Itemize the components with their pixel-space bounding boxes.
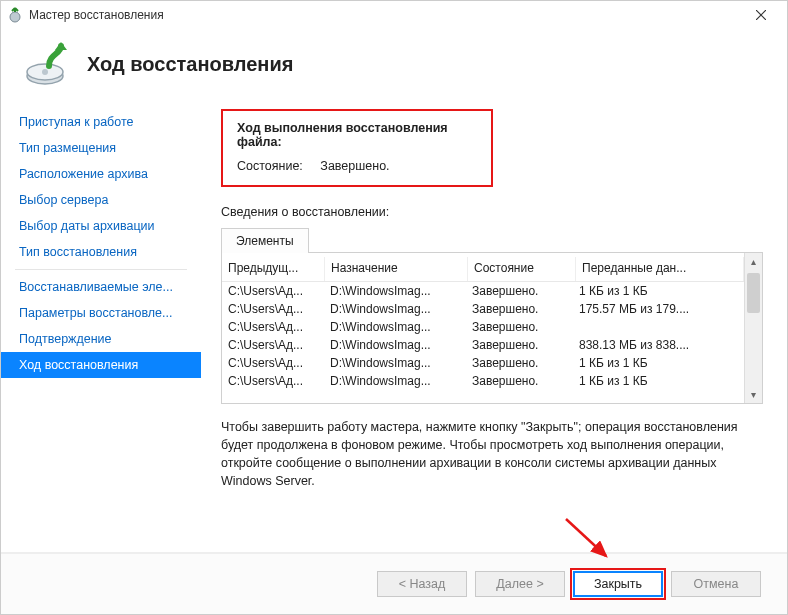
column-header[interactable]: Назначение bbox=[325, 257, 468, 281]
table-cell: 175.57 МБ из 179.... bbox=[573, 300, 744, 318]
column-header[interactable]: Состояние bbox=[468, 257, 576, 281]
cancel-button: Отмена bbox=[671, 571, 761, 597]
column-header[interactable]: Предыдущ... bbox=[222, 257, 325, 281]
grid-body: C:\Users\Ад...D:\WindowsImag...Завершено… bbox=[222, 282, 744, 403]
table-cell: C:\Users\Ад... bbox=[222, 354, 324, 372]
table-row[interactable]: C:\Users\Ад...D:\WindowsImag...Завершено… bbox=[222, 318, 744, 336]
step-item: Выбор даты архивации bbox=[1, 213, 201, 239]
step-item: Параметры восстановле... bbox=[1, 300, 201, 326]
status-box: Ход выполнения восстановления файла: Сос… bbox=[221, 109, 493, 187]
table-cell: C:\Users\Ад... bbox=[222, 318, 324, 336]
table-cell: D:\WindowsImag... bbox=[324, 282, 466, 300]
page-title: Ход восстановления bbox=[87, 53, 293, 76]
step-item: Приступая к работе bbox=[1, 109, 201, 135]
state-value: Завершено. bbox=[320, 159, 389, 173]
footer: < Назад Далее > Закрыть Отмена bbox=[1, 552, 787, 614]
table-cell: C:\Users\Ад... bbox=[222, 300, 324, 318]
window-title: Мастер восстановления bbox=[29, 8, 741, 22]
step-item: Подтверждение bbox=[1, 326, 201, 352]
scrollbar-vertical[interactable]: ▴ ▾ bbox=[744, 253, 762, 403]
table-cell: Завершено. bbox=[466, 318, 573, 336]
table-cell: C:\Users\Ад... bbox=[222, 336, 324, 354]
table-cell: 1 КБ из 1 КБ bbox=[573, 372, 744, 390]
restore-progress-icon bbox=[21, 40, 69, 88]
steps-sidebar: Приступая к работеТип размещенияРасполож… bbox=[1, 99, 201, 552]
table-cell: D:\WindowsImag... bbox=[324, 300, 466, 318]
svg-point-0 bbox=[10, 12, 20, 22]
step-separator bbox=[15, 269, 187, 270]
step-item: Выбор сервера bbox=[1, 187, 201, 213]
restore-wizard-icon bbox=[7, 7, 23, 23]
close-window-button[interactable] bbox=[741, 3, 781, 27]
tab-elements[interactable]: Элементы bbox=[221, 228, 309, 253]
scroll-down-arrow-icon[interactable]: ▾ bbox=[745, 386, 762, 403]
progress-heading: Ход выполнения восстановления файла: bbox=[237, 121, 477, 149]
table-cell: Завершено. bbox=[466, 282, 573, 300]
next-button: Далее > bbox=[475, 571, 565, 597]
details-label: Сведения о восстановлении: bbox=[221, 205, 763, 219]
step-item: Тип восстановления bbox=[1, 239, 201, 265]
step-item: Расположение архива bbox=[1, 161, 201, 187]
table-cell: 1 КБ из 1 КБ bbox=[573, 354, 744, 372]
table-cell: C:\Users\Ад... bbox=[222, 282, 324, 300]
table-cell: D:\WindowsImag... bbox=[324, 372, 466, 390]
table-row[interactable]: C:\Users\Ад...D:\WindowsImag...Завершено… bbox=[222, 282, 744, 300]
tabstrip: Элементы bbox=[221, 227, 763, 253]
table-cell: Завершено. bbox=[466, 336, 573, 354]
table-cell: D:\WindowsImag... bbox=[324, 354, 466, 372]
table-row[interactable]: C:\Users\Ад...D:\WindowsImag...Завершено… bbox=[222, 354, 744, 372]
step-item: Тип размещения bbox=[1, 135, 201, 161]
hint-text: Чтобы завершить работу мастера, нажмите … bbox=[221, 418, 763, 491]
svg-marker-6 bbox=[55, 42, 67, 50]
step-item: Восстанавливаемые эле... bbox=[1, 274, 201, 300]
scroll-up-arrow-icon[interactable]: ▴ bbox=[745, 253, 762, 270]
scroll-thumb[interactable] bbox=[747, 273, 760, 313]
table-cell: 838.13 МБ из 838.... bbox=[573, 336, 744, 354]
table-row[interactable]: C:\Users\Ад...D:\WindowsImag...Завершено… bbox=[222, 300, 744, 318]
back-button: < Назад bbox=[377, 571, 467, 597]
svg-point-5 bbox=[42, 69, 48, 75]
table-cell: C:\Users\Ад... bbox=[222, 372, 324, 390]
body: Приступая к работеТип размещенияРасполож… bbox=[1, 99, 787, 552]
table-cell: Завершено. bbox=[466, 372, 573, 390]
table-cell: Завершено. bbox=[466, 300, 573, 318]
grid-header: Предыдущ...НазначениеСостояниеПереданные… bbox=[222, 253, 744, 282]
state-label: Состояние: bbox=[237, 159, 303, 173]
header: Ход восстановления bbox=[1, 29, 787, 99]
table-row[interactable]: C:\Users\Ад...D:\WindowsImag...Завершено… bbox=[222, 372, 744, 390]
column-header[interactable]: Переданные дан... bbox=[576, 257, 744, 281]
table-cell: 1 КБ из 1 КБ bbox=[573, 282, 744, 300]
table-cell: Завершено. bbox=[466, 354, 573, 372]
table-cell: D:\WindowsImag... bbox=[324, 318, 466, 336]
titlebar: Мастер восстановления bbox=[1, 1, 787, 29]
step-item: Ход восстановления bbox=[1, 352, 201, 378]
close-button[interactable]: Закрыть bbox=[573, 571, 663, 597]
main-content: Ход выполнения восстановления файла: Сос… bbox=[201, 99, 787, 552]
table-row[interactable]: C:\Users\Ад...D:\WindowsImag...Завершено… bbox=[222, 336, 744, 354]
table-cell bbox=[573, 318, 744, 336]
table-cell: D:\WindowsImag... bbox=[324, 336, 466, 354]
details-grid: Предыдущ...НазначениеСостояниеПереданные… bbox=[221, 253, 763, 404]
wizard-window: Мастер восстановления Ход восстановления… bbox=[0, 0, 788, 615]
